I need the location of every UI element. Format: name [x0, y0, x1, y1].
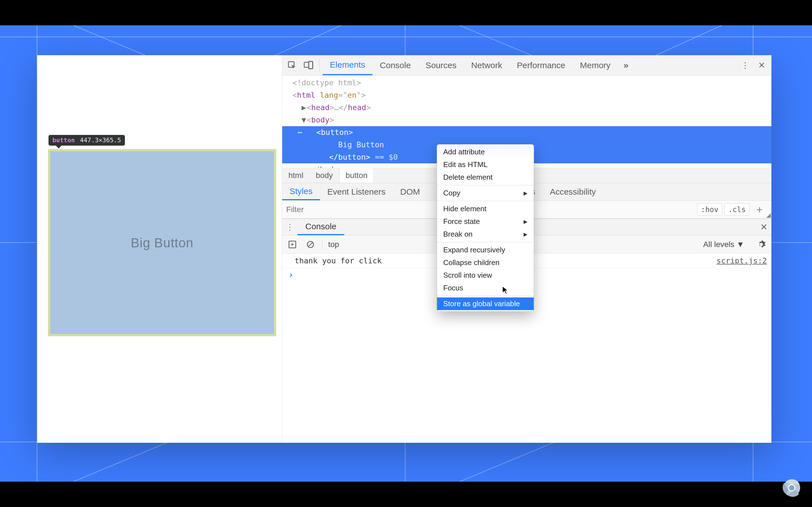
- clear-console-icon[interactable]: [304, 238, 317, 251]
- kebab-menu-icon[interactable]: ⋮: [737, 55, 753, 75]
- close-drawer-icon[interactable]: ✕: [756, 219, 771, 235]
- close-devtools-icon[interactable]: ✕: [753, 55, 770, 75]
- ctx-break-on[interactable]: Break on▶: [437, 228, 534, 240]
- svg-point-15: [789, 485, 795, 491]
- ctx-edit-as-html[interactable]: Edit as HTML: [437, 158, 534, 171]
- resize-corner-icon[interactable]: [766, 213, 771, 218]
- chrome-logo-icon: [783, 479, 801, 497]
- ctx-divider: [437, 201, 534, 201]
- ctx-delete-element[interactable]: Delete element: [437, 171, 534, 184]
- subtab-styles[interactable]: Styles: [282, 183, 320, 200]
- ctx-store-as-global[interactable]: Store as global variable: [437, 297, 534, 310]
- crumb-body[interactable]: body: [310, 168, 339, 183]
- overflow-tabs-icon[interactable]: »: [618, 55, 634, 75]
- dom-button-open[interactable]: ⋯ <button>: [282, 126, 771, 138]
- context-menu: Add attribute Edit as HTML Delete elemen…: [437, 144, 534, 312]
- tab-console[interactable]: Console: [372, 55, 418, 75]
- ctx-collapse-children[interactable]: Collapse children: [437, 256, 534, 269]
- tooltip-dimensions: 447.3×365.5: [80, 136, 121, 144]
- inspect-tooltip: button 447.3×365.5: [49, 135, 125, 146]
- page-viewport: button 447.3×365.5 Big Button: [37, 55, 282, 443]
- console-log-source[interactable]: script.js:2: [716, 256, 767, 265]
- dom-body-open[interactable]: ▼<body>: [282, 114, 771, 126]
- tab-performance[interactable]: Performance: [509, 55, 573, 75]
- inspect-icon[interactable]: [284, 55, 300, 75]
- subtab-dom-breakpoints[interactable]: DOM: [393, 183, 427, 200]
- svg-rect-8: [309, 61, 313, 69]
- drawer-kebab-icon[interactable]: ⋮: [282, 219, 297, 235]
- hov-toggle[interactable]: :hov: [697, 203, 722, 216]
- ctx-scroll-into-view[interactable]: Scroll into view: [437, 269, 534, 282]
- ctx-divider: [437, 296, 534, 296]
- drawer-tab-console[interactable]: Console: [297, 219, 344, 235]
- ctx-copy[interactable]: Copy▶: [437, 187, 534, 200]
- new-style-rule-icon[interactable]: ＋: [749, 203, 767, 216]
- tooltip-tagname: button: [52, 136, 75, 144]
- dom-html-open[interactable]: <html lang="en">: [282, 89, 771, 101]
- dom-doctype[interactable]: <!doctype html>: [282, 76, 771, 89]
- devtools-tabbar: Elements Console Sources Network Perform…: [282, 55, 771, 75]
- tab-network[interactable]: Network: [464, 55, 509, 75]
- crumb-button[interactable]: button: [339, 168, 374, 183]
- crumb-html[interactable]: html: [282, 168, 310, 183]
- tab-elements[interactable]: Elements: [322, 55, 372, 75]
- big-button-label: Big Button: [131, 235, 193, 250]
- ctx-force-state[interactable]: Force state▶: [437, 215, 534, 228]
- cls-toggle[interactable]: .cls: [724, 203, 749, 216]
- console-settings-icon[interactable]: [755, 238, 767, 251]
- big-button[interactable]: Big Button: [48, 149, 276, 336]
- device-toolbar-icon[interactable]: [300, 55, 317, 75]
- tab-sources[interactable]: Sources: [418, 55, 464, 75]
- tab-memory[interactable]: Memory: [573, 55, 618, 75]
- log-levels-dropdown[interactable]: All levels ▼: [703, 240, 744, 249]
- ctx-focus[interactable]: Focus: [437, 282, 534, 294]
- ctx-hide-element[interactable]: Hide element: [437, 203, 534, 215]
- console-context[interactable]: top: [328, 240, 339, 249]
- dom-head[interactable]: ▶<head>…</head>: [282, 101, 771, 114]
- ctx-divider: [437, 185, 534, 185]
- toggle-sidebar-icon[interactable]: [286, 238, 299, 251]
- ctx-expand-recursively[interactable]: Expand recursively: [437, 244, 534, 256]
- svg-line-12: [308, 242, 313, 247]
- window: button 447.3×365.5 Big Button Elements C…: [37, 55, 771, 443]
- ctx-add-attribute[interactable]: Add attribute: [437, 146, 534, 158]
- subtab-accessibility[interactable]: Accessibility: [543, 183, 603, 200]
- subtab-event-listeners[interactable]: Event Listeners: [320, 183, 393, 200]
